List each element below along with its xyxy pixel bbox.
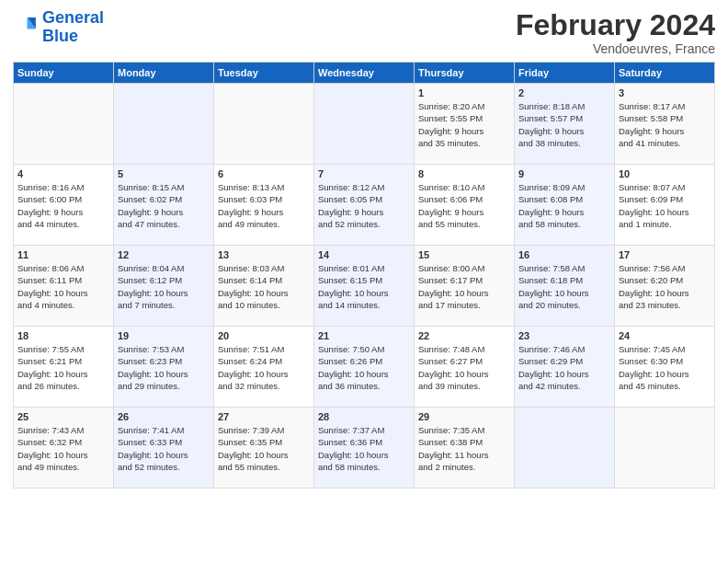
col-header-sunday: Sunday [14, 63, 114, 84]
header-row-days: SundayMondayTuesdayWednesdayThursdayFrid… [14, 63, 715, 84]
calendar-cell: 16Sunrise: 7:58 AM Sunset: 6:18 PM Dayli… [515, 246, 615, 327]
day-number: 1 [418, 87, 510, 98]
day-number: 22 [418, 330, 510, 341]
logo: General Blue [13, 9, 104, 46]
calendar-cell: 26Sunrise: 7:41 AM Sunset: 6:33 PM Dayli… [114, 408, 214, 488]
cell-content: Sunrise: 8:07 AM Sunset: 6:09 PM Dayligh… [619, 181, 711, 230]
calendar-cell: 17Sunrise: 7:56 AM Sunset: 6:20 PM Dayli… [615, 246, 715, 327]
calendar-cell: 13Sunrise: 8:03 AM Sunset: 6:14 PM Dayli… [214, 246, 314, 327]
cell-content: Sunrise: 8:13 AM Sunset: 6:03 PM Dayligh… [218, 181, 310, 230]
logo-blue: Blue [42, 28, 104, 46]
calendar-cell [314, 84, 415, 165]
day-number: 14 [318, 249, 410, 260]
day-number: 5 [118, 168, 210, 179]
calendar-cell: 15Sunrise: 8:00 AM Sunset: 6:17 PM Dayli… [415, 246, 515, 327]
calendar-cell: 18Sunrise: 7:55 AM Sunset: 6:21 PM Dayli… [14, 327, 114, 408]
week-row-4: 18Sunrise: 7:55 AM Sunset: 6:21 PM Dayli… [14, 327, 715, 408]
page-container: General Blue February 2024 Vendoeuvres, … [0, 0, 728, 496]
day-number: 19 [118, 330, 210, 341]
calendar-cell: 28Sunrise: 7:37 AM Sunset: 6:36 PM Dayli… [314, 408, 415, 488]
calendar-cell: 29Sunrise: 7:35 AM Sunset: 6:38 PM Dayli… [415, 408, 515, 488]
calendar-cell: 12Sunrise: 8:04 AM Sunset: 6:12 PM Dayli… [114, 246, 214, 327]
calendar-cell [615, 408, 715, 488]
calendar-cell: 5Sunrise: 8:15 AM Sunset: 6:02 PM Daylig… [114, 165, 214, 246]
week-row-1: 1Sunrise: 8:20 AM Sunset: 5:55 PM Daylig… [14, 84, 715, 165]
calendar-cell: 10Sunrise: 8:07 AM Sunset: 6:09 PM Dayli… [615, 165, 715, 246]
title-block: February 2024 Vendoeuvres, France [516, 9, 715, 56]
day-number: 29 [418, 411, 510, 422]
page-title: February 2024 [516, 9, 715, 41]
cell-content: Sunrise: 7:39 AM Sunset: 6:35 PM Dayligh… [218, 424, 310, 473]
day-number: 7 [318, 168, 410, 179]
day-number: 16 [518, 249, 610, 260]
cell-content: Sunrise: 7:56 AM Sunset: 6:20 PM Dayligh… [619, 262, 711, 311]
calendar-table: SundayMondayTuesdayWednesdayThursdayFrid… [13, 62, 715, 488]
cell-content: Sunrise: 8:15 AM Sunset: 6:02 PM Dayligh… [118, 181, 210, 230]
calendar-cell: 4Sunrise: 8:16 AM Sunset: 6:00 PM Daylig… [14, 165, 114, 246]
day-number: 24 [619, 330, 711, 341]
day-number: 21 [318, 330, 410, 341]
cell-content: Sunrise: 7:43 AM Sunset: 6:32 PM Dayligh… [17, 424, 109, 473]
cell-content: Sunrise: 7:48 AM Sunset: 6:27 PM Dayligh… [418, 343, 510, 392]
day-number: 6 [218, 168, 310, 179]
cell-content: Sunrise: 8:10 AM Sunset: 6:06 PM Dayligh… [418, 181, 510, 230]
cell-content: Sunrise: 7:41 AM Sunset: 6:33 PM Dayligh… [118, 424, 210, 473]
logo-text: General Blue [42, 9, 104, 46]
calendar-cell [114, 84, 214, 165]
col-header-thursday: Thursday [415, 63, 515, 84]
day-number: 15 [418, 249, 510, 260]
day-number: 11 [17, 249, 109, 260]
calendar-cell: 25Sunrise: 7:43 AM Sunset: 6:32 PM Dayli… [14, 408, 114, 488]
cell-content: Sunrise: 8:18 AM Sunset: 5:57 PM Dayligh… [518, 100, 610, 149]
cell-content: Sunrise: 8:00 AM Sunset: 6:17 PM Dayligh… [418, 262, 510, 311]
calendar-cell: 8Sunrise: 8:10 AM Sunset: 6:06 PM Daylig… [415, 165, 515, 246]
calendar-cell: 1Sunrise: 8:20 AM Sunset: 5:55 PM Daylig… [415, 84, 515, 165]
day-number: 10 [619, 168, 711, 179]
calendar-cell: 2Sunrise: 8:18 AM Sunset: 5:57 PM Daylig… [515, 84, 615, 165]
header-row: General Blue February 2024 Vendoeuvres, … [13, 9, 715, 56]
col-header-monday: Monday [114, 63, 214, 84]
calendar-cell: 11Sunrise: 8:06 AM Sunset: 6:11 PM Dayli… [14, 246, 114, 327]
calendar-cell: 7Sunrise: 8:12 AM Sunset: 6:05 PM Daylig… [314, 165, 415, 246]
day-number: 8 [418, 168, 510, 179]
cell-content: Sunrise: 7:35 AM Sunset: 6:38 PM Dayligh… [418, 424, 510, 473]
calendar-cell: 19Sunrise: 7:53 AM Sunset: 6:23 PM Dayli… [114, 327, 214, 408]
logo-icon [13, 15, 39, 40]
cell-content: Sunrise: 8:04 AM Sunset: 6:12 PM Dayligh… [118, 262, 210, 311]
week-row-2: 4Sunrise: 8:16 AM Sunset: 6:00 PM Daylig… [14, 165, 715, 246]
cell-content: Sunrise: 8:17 AM Sunset: 5:58 PM Dayligh… [619, 100, 711, 149]
cell-content: Sunrise: 8:03 AM Sunset: 6:14 PM Dayligh… [218, 262, 310, 311]
calendar-cell [515, 408, 615, 488]
cell-content: Sunrise: 8:06 AM Sunset: 6:11 PM Dayligh… [17, 262, 109, 311]
day-number: 23 [518, 330, 610, 341]
day-number: 25 [17, 411, 109, 422]
day-number: 3 [619, 87, 711, 98]
page-subtitle: Vendoeuvres, France [516, 41, 715, 56]
day-number: 18 [17, 330, 109, 341]
logo-general: General [42, 8, 104, 27]
calendar-cell: 20Sunrise: 7:51 AM Sunset: 6:24 PM Dayli… [214, 327, 314, 408]
cell-content: Sunrise: 7:37 AM Sunset: 6:36 PM Dayligh… [318, 424, 410, 473]
cell-content: Sunrise: 8:16 AM Sunset: 6:00 PM Dayligh… [17, 181, 109, 230]
cell-content: Sunrise: 7:55 AM Sunset: 6:21 PM Dayligh… [17, 343, 109, 392]
day-number: 17 [619, 249, 711, 260]
col-header-friday: Friday [515, 63, 615, 84]
calendar-cell: 3Sunrise: 8:17 AM Sunset: 5:58 PM Daylig… [615, 84, 715, 165]
calendar-cell [14, 84, 114, 165]
calendar-cell [214, 84, 314, 165]
day-number: 26 [118, 411, 210, 422]
day-number: 28 [318, 411, 410, 422]
cell-content: Sunrise: 8:12 AM Sunset: 6:05 PM Dayligh… [318, 181, 410, 230]
calendar-cell: 21Sunrise: 7:50 AM Sunset: 6:26 PM Dayli… [314, 327, 415, 408]
calendar-cell: 6Sunrise: 8:13 AM Sunset: 6:03 PM Daylig… [214, 165, 314, 246]
cell-content: Sunrise: 7:50 AM Sunset: 6:26 PM Dayligh… [318, 343, 410, 392]
week-row-5: 25Sunrise: 7:43 AM Sunset: 6:32 PM Dayli… [14, 408, 715, 488]
col-header-saturday: Saturday [615, 63, 715, 84]
calendar-cell: 24Sunrise: 7:45 AM Sunset: 6:30 PM Dayli… [615, 327, 715, 408]
calendar-cell: 27Sunrise: 7:39 AM Sunset: 6:35 PM Dayli… [214, 408, 314, 488]
cell-content: Sunrise: 8:09 AM Sunset: 6:08 PM Dayligh… [518, 181, 610, 230]
day-number: 13 [218, 249, 310, 260]
calendar-cell: 23Sunrise: 7:46 AM Sunset: 6:29 PM Dayli… [515, 327, 615, 408]
day-number: 2 [518, 87, 610, 98]
col-header-wednesday: Wednesday [314, 63, 415, 84]
